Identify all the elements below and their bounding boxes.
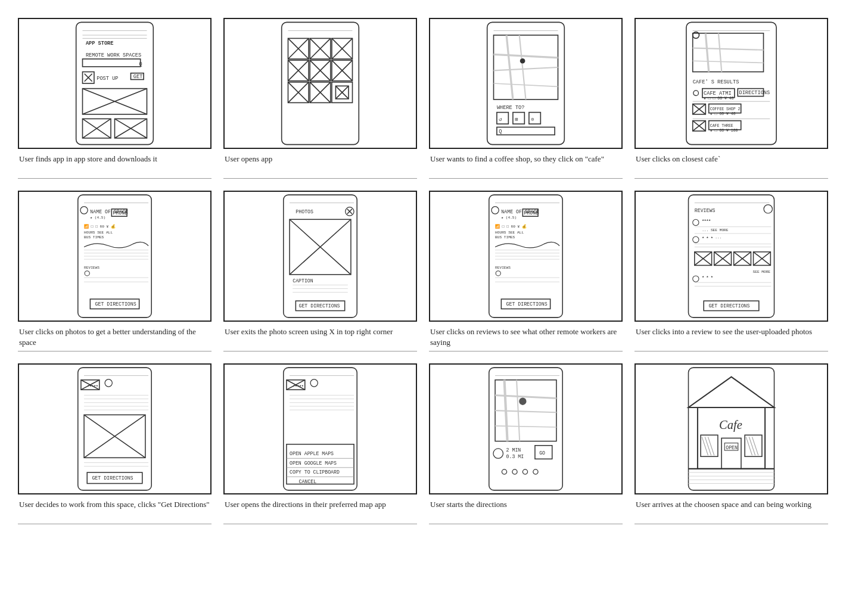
caption-5: User clicks on photos to get a better un…: [18, 322, 212, 351]
svg-text:CANCEL: CANCEL: [299, 479, 317, 484]
cell-1: APP STORE REMOTE WORK SPACES Q POST UP G…: [12, 12, 217, 185]
svg-text:★ (4.5): ★ (4.5): [501, 216, 517, 220]
svg-text:COPY TO CLIPBOARD: COPY TO CLIPBOARD: [290, 469, 340, 475]
svg-text:★ ★ ★ ...: ★ ★ ★ ...: [702, 235, 721, 239]
svg-text:REVIEWS: REVIEWS: [84, 266, 99, 270]
frame-4: CAFE' S RESULTS CAFE ATMI ★ □ □ 60 ¥ 40 …: [634, 18, 828, 149]
svg-text:Q: Q: [139, 61, 142, 67]
svg-line-257: [749, 437, 755, 455]
svg-text:Cafe: Cafe: [719, 418, 742, 432]
svg-text:★ □ □ 60 ¥ 40: ★ □ □ 60 ¥ 40: [704, 97, 734, 101]
frame-1: APP STORE REMOTE WORK SPACES Q POST UP G…: [18, 18, 212, 149]
svg-text:★★★★★: ★★★★★: [87, 384, 98, 388]
svg-text:GET DIRECTIONS: GET DIRECTIONS: [506, 301, 548, 307]
svg-text:📶 □ □ 60 ¥ 💰: 📶 □ □ 60 ¥ 💰: [84, 224, 116, 229]
caption-8: User clicks into a review to see the use…: [634, 322, 828, 351]
caption-12: User arrives at the choosen space and ca…: [634, 494, 828, 524]
svg-text:... SEE MORE: ... SEE MORE: [702, 228, 729, 232]
svg-text:GO: GO: [539, 450, 545, 456]
svg-text:REVIEWS: REVIEWS: [695, 208, 716, 213]
svg-marker-245: [689, 377, 775, 407]
caption-7: User clicks on reviews to see what other…: [429, 322, 623, 351]
storyboard: APP STORE REMOTE WORK SPACES Q POST UP G…: [0, 0, 846, 542]
svg-text:GET DIRECTIONS: GET DIRECTIONS: [299, 303, 340, 309]
frame-7: NAME OF SPACE ★ (4.5) PHONE 📶 □ □ 60 ¥ 💰…: [429, 191, 623, 322]
svg-text:BUS TIMES: BUS TIMES: [84, 235, 104, 239]
svg-point-234: [519, 398, 526, 405]
svg-text:REVIEWS: REVIEWS: [495, 266, 511, 270]
svg-text:GET DIRECTIONS: GET DIRECTIONS: [92, 475, 133, 481]
svg-point-164: [693, 237, 699, 242]
svg-line-249: [702, 437, 708, 455]
svg-rect-255: [745, 435, 762, 456]
svg-point-192: [105, 379, 112, 387]
caption-6: User exits the photo screen using X in t…: [223, 322, 417, 351]
caption-3: User wants to find a coffee shop, so the…: [429, 149, 623, 179]
svg-text:📶 □ □ 60 ¥ 💰: 📶 □ □ 60 ¥ 💰: [495, 224, 527, 229]
caption-9: User decides to work from this space, cl…: [18, 494, 212, 524]
svg-text:⊞: ⊞: [515, 117, 518, 123]
svg-text:REMOTE WORK SPACES: REMOTE WORK SPACES: [86, 52, 141, 58]
svg-text:★★★★: ★★★★: [702, 218, 711, 222]
svg-point-241: [512, 469, 517, 474]
svg-point-181: [693, 276, 699, 282]
svg-line-256: [746, 437, 752, 455]
svg-text:2 MIN: 2 MIN: [506, 447, 521, 453]
caption-4: User clicks on closest cafe`: [634, 149, 828, 179]
svg-text:OPEN GOOGLE MAPS: OPEN GOOGLE MAPS: [290, 461, 337, 466]
frame-2: [223, 18, 417, 149]
svg-text:CAFE' S RESULTS: CAFE' S RESULTS: [693, 79, 739, 85]
cell-2: User opens app: [217, 12, 423, 185]
svg-line-250: [705, 437, 711, 455]
svg-line-230: [517, 380, 520, 441]
svg-text:GET: GET: [133, 74, 143, 80]
svg-text:GET DIRECTIONS: GET DIRECTIONS: [95, 301, 136, 307]
svg-text:★ ★ ★: ★ ★ ★: [702, 275, 713, 279]
svg-text:★ □ 66 ¥ 100: ★ □ 66 ¥ 100: [710, 129, 738, 133]
caption-11: User starts the directions: [429, 494, 623, 524]
svg-point-240: [502, 469, 506, 474]
cell-9: ★★★★★ GET DIRECTIONS User decides to wor…: [12, 357, 217, 530]
svg-text:APP STORE: APP STORE: [86, 41, 114, 46]
svg-line-74: [705, 33, 708, 72]
svg-text:HOURS         SEE ALL: HOURS SEE ALL: [84, 231, 113, 235]
cell-6: PHOTOS CAPTION GET DIRECTIONS User exits…: [217, 185, 423, 357]
frame-8: REVIEWS ★★★★ ... SEE MORE ★ ★ ★ ...: [634, 191, 828, 322]
svg-point-102: [80, 207, 88, 214]
svg-text:Q: Q: [499, 129, 502, 135]
svg-rect-4: [83, 59, 141, 67]
svg-line-57: [520, 35, 526, 99]
svg-text:PHOTOS: PHOTOS: [296, 209, 313, 214]
cell-11: 2 MIN 0.3 MI GO User starts the directio…: [423, 357, 629, 530]
svg-line-60: [494, 83, 558, 86]
cell-8: REVIEWS ★★★★ ... SEE MORE ★ ★ ★ ...: [629, 185, 834, 357]
svg-rect-226: [489, 368, 562, 490]
svg-line-233: [495, 426, 556, 427]
svg-point-137: [492, 207, 499, 214]
frame-9: ★★★★★ GET DIRECTIONS: [18, 363, 212, 494]
svg-text:★ □ 60 ¥ 40: ★ □ 60 ¥ 40: [710, 112, 736, 116]
frame-12: Cafe OPEN: [634, 363, 828, 494]
svg-point-150: [496, 271, 500, 276]
svg-text:SEE MORE: SEE MORE: [753, 270, 771, 274]
caption-2: User opens app: [223, 149, 417, 179]
svg-rect-73: [693, 33, 764, 72]
svg-text:HOURS         SEE ALL: HOURS SEE ALL: [495, 231, 524, 235]
svg-text:PHONE: PHONE: [113, 210, 127, 216]
cell-10: ★★★★★ OPEN APPLE MAPS OPEN GOOGLE MAPS C…: [217, 357, 423, 530]
svg-line-258: [752, 437, 758, 455]
svg-text:BUS TIMES: BUS TIMES: [495, 235, 515, 239]
svg-rect-248: [701, 435, 718, 456]
svg-line-251: [708, 437, 714, 455]
svg-text:★★★★★: ★★★★★: [293, 384, 304, 388]
svg-text:GET DIRECTIONS: GET DIRECTIONS: [708, 303, 749, 309]
frame-3: WHERE TO? ↺ ⊞ ⊙ Q: [429, 18, 623, 149]
svg-point-243: [533, 469, 538, 474]
svg-text:DIRECTIONS: DIRECTIONS: [739, 90, 770, 96]
svg-text:POST UP: POST UP: [97, 76, 118, 82]
cell-3: WHERE TO? ↺ ⊞ ⊙ Q User wants to find a c…: [423, 12, 629, 185]
svg-text:↺: ↺: [499, 117, 502, 123]
cell-7: NAME OF SPACE ★ (4.5) PHONE 📶 □ □ 60 ¥ 💰…: [423, 185, 629, 357]
svg-text:CAFE ATMI: CAFE ATMI: [704, 91, 732, 97]
svg-line-232: [495, 410, 556, 412]
